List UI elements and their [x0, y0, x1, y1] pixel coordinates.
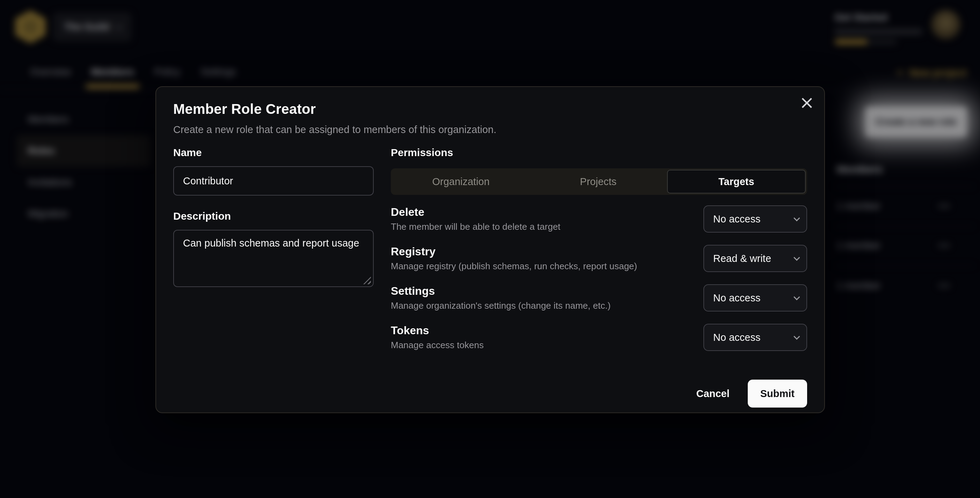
member-role-creator-dialog: × Member Role Creator Create a new role …	[156, 86, 825, 413]
select-value: No access	[713, 332, 760, 343]
select-value: Read & write	[713, 253, 771, 264]
close-icon[interactable]: ×	[799, 93, 815, 111]
dialog-subtitle: Create a new role that can be assigned t…	[173, 124, 807, 135]
permission-text: Settings Manage organization's settings …	[391, 285, 611, 311]
perm-tab-projects[interactable]: Projects	[530, 170, 667, 194]
form-left-column: Name Description Can publish schemas and…	[173, 147, 374, 363]
permission-row-settings: Settings Manage organization's settings …	[391, 284, 807, 312]
dialog-footer: Cancel Submit	[173, 380, 807, 407]
permission-text: Delete The member will be able to delete…	[391, 206, 560, 232]
permission-title: Registry	[391, 245, 637, 258]
role-form: Name Description Can publish schemas and…	[173, 147, 807, 363]
registry-access-select[interactable]: Read & write	[703, 245, 807, 272]
permission-rows: Delete The member will be able to delete…	[391, 205, 807, 351]
select-value: No access	[713, 213, 760, 225]
app-root: The Guild Get Started Overview Members P…	[0, 0, 980, 498]
permission-row-registry: Registry Manage registry (publish schema…	[391, 245, 807, 272]
dialog-title: Member Role Creator	[173, 101, 807, 117]
permission-description: Manage access tokens	[391, 340, 484, 351]
delete-access-select[interactable]: No access	[703, 205, 807, 232]
form-right-column: Permissions Organization Projects Target…	[391, 147, 807, 363]
description-label: Description	[173, 210, 374, 223]
select-value: No access	[713, 292, 760, 304]
tokens-access-select[interactable]: No access	[703, 324, 807, 351]
permissions-label: Permissions	[391, 147, 807, 159]
permission-text: Registry Manage registry (publish schema…	[391, 245, 637, 272]
submit-button[interactable]: Submit	[748, 380, 807, 407]
description-field-wrap: Can publish schemas and report usage	[173, 230, 374, 288]
chevron-down-icon	[794, 294, 800, 300]
chevron-down-icon	[794, 254, 800, 261]
permissions-tabbar: Organization Projects Targets	[391, 168, 807, 195]
description-textarea[interactable]: Can publish schemas and report usage	[173, 230, 374, 287]
name-input[interactable]	[173, 166, 374, 196]
settings-access-select[interactable]: No access	[703, 284, 807, 312]
permission-text: Tokens Manage access tokens	[391, 324, 484, 351]
permission-row-tokens: Tokens Manage access tokens No access	[391, 324, 807, 351]
cancel-button[interactable]: Cancel	[684, 380, 742, 407]
permission-title: Settings	[391, 285, 611, 298]
permission-description: Manage organization's settings (change i…	[391, 300, 611, 311]
perm-tab-organization[interactable]: Organization	[392, 170, 530, 194]
permission-title: Delete	[391, 206, 560, 219]
permission-description: The member will be able to delete a targ…	[391, 221, 560, 232]
permission-row-delete: Delete The member will be able to delete…	[391, 205, 807, 232]
permission-title: Tokens	[391, 324, 484, 337]
permission-description: Manage registry (publish schemas, run ch…	[391, 261, 637, 272]
chevron-down-icon	[794, 215, 800, 221]
name-label: Name	[173, 147, 374, 159]
perm-tab-targets[interactable]: Targets	[667, 170, 806, 194]
chevron-down-icon	[794, 333, 800, 339]
